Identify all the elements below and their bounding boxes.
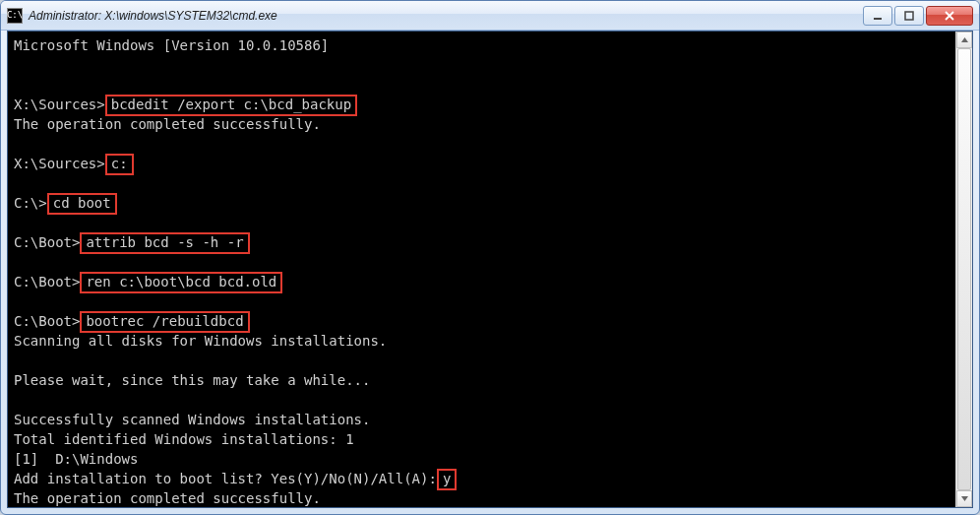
scroll-thumb[interactable] <box>957 48 971 490</box>
close-icon <box>944 11 955 21</box>
cmd-bootrec: bootrec /rebuildbcd <box>80 311 249 333</box>
cmd-attrib: attrib bcd -s -h -r <box>80 232 249 254</box>
svg-rect-0 <box>874 18 882 20</box>
minimize-icon <box>873 11 883 21</box>
scroll-down-button[interactable] <box>956 490 972 507</box>
output-line: The operation completed successfully. <box>14 490 321 506</box>
cmd-ren: ren c:\boot\bcd bcd.old <box>80 272 282 293</box>
prompt: X:\Sources> <box>14 97 105 112</box>
answer-y: y <box>437 469 457 490</box>
output-line: Successfully scanned Windows installatio… <box>14 412 370 427</box>
output-line: Total identified Windows installations: … <box>14 431 354 447</box>
add-prompt: Add installation to boot list? Yes(Y)/No… <box>14 471 437 486</box>
close-button[interactable] <box>926 6 973 26</box>
console-output[interactable]: Microsoft Windows [Version 10.0.10586] X… <box>8 32 955 507</box>
prompt: X:\Sources> <box>14 156 105 171</box>
cmd-bcdedit: bcdedit /export c:\bcd_backup <box>105 95 357 116</box>
maximize-button[interactable] <box>894 6 924 26</box>
cmd-icon: C:\ <box>7 8 23 24</box>
cmd-window: C:\ Administrator: X:\windows\SYSTEM32\c… <box>0 0 980 515</box>
minimize-button[interactable] <box>863 6 892 26</box>
scroll-up-button[interactable] <box>956 32 972 48</box>
output-line: Scanning all disks for Windows installat… <box>14 333 387 349</box>
output-line: [1] D:\Windows <box>14 451 138 467</box>
version-line: Microsoft Windows [Version 10.0.10586] <box>14 37 329 53</box>
cmd-drive-c: c: <box>105 154 134 175</box>
svg-rect-1 <box>905 12 913 20</box>
maximize-icon <box>904 11 914 21</box>
output-line: Please wait, since this may take a while… <box>14 372 370 388</box>
window-title: Administrator: X:\windows\SYSTEM32\cmd.e… <box>29 9 863 23</box>
vertical-scrollbar[interactable] <box>955 32 972 507</box>
client-area: Microsoft Windows [Version 10.0.10586] X… <box>7 31 973 508</box>
prompt: C:\Boot> <box>14 313 80 329</box>
chevron-up-icon <box>960 35 969 44</box>
chevron-down-icon <box>960 494 969 503</box>
prompt: C:\> <box>14 195 47 211</box>
output-line: The operation completed successfully. <box>14 116 321 132</box>
window-controls <box>863 6 973 26</box>
cmd-cd-boot: cd boot <box>47 193 117 215</box>
prompt: C:\Boot> <box>14 234 80 250</box>
prompt: C:\Boot> <box>14 274 80 290</box>
titlebar[interactable]: C:\ Administrator: X:\windows\SYSTEM32\c… <box>1 1 979 31</box>
scroll-track[interactable] <box>956 48 972 490</box>
